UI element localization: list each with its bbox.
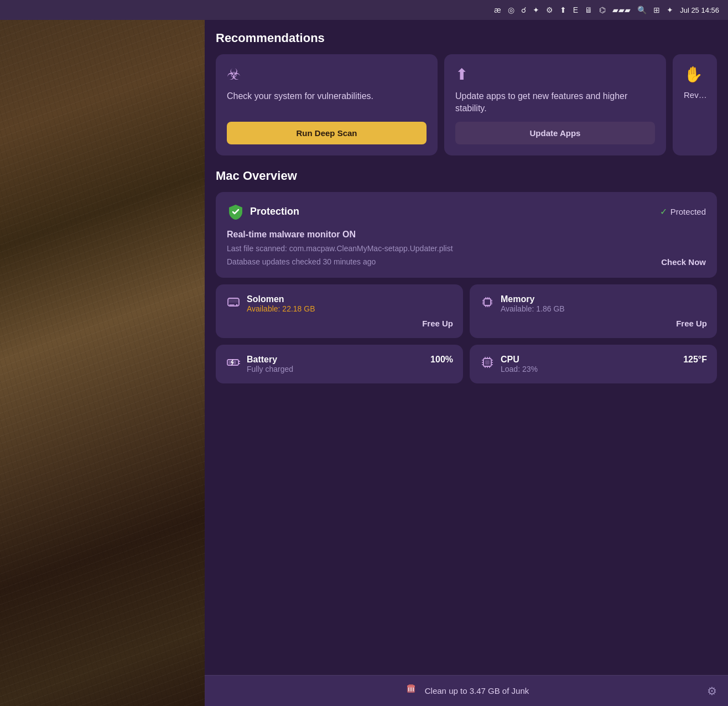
trash-icon: [404, 682, 418, 700]
menu-icon-upload[interactable]: ⬆: [560, 6, 566, 14]
battery-svg-icon: [226, 355, 241, 370]
cpu-info: CPU Load: 23%: [501, 355, 538, 373]
menu-icon-battery[interactable]: ▰▰▰: [612, 6, 631, 14]
protection-left: Protection: [227, 203, 299, 221]
cpu-card: 125°F: [470, 345, 717, 383]
storage-free-up[interactable]: Free Up: [226, 319, 453, 328]
content-area: Recommendations ☣ Check your system for …: [205, 20, 728, 706]
db-update-text: Database updates checked 30 minutes ago: [227, 257, 376, 266]
protected-badge: ✓ Protected: [660, 206, 706, 217]
svg-point-2: [236, 304, 238, 305]
storage-name: Solomen: [247, 294, 315, 304]
storage-memory-row: Solomen Available: 22.18 GB Free Up: [216, 284, 717, 338]
memory-header: Memory Available: 1.86 GB: [480, 294, 707, 313]
update-apps-button[interactable]: Update Apps: [455, 122, 655, 144]
menu-icon-siri[interactable]: ✦: [667, 6, 673, 14]
rec-text-3: Rev…: [684, 89, 706, 101]
menu-icon-tools[interactable]: ⚙: [546, 6, 553, 14]
storage-available: Available: 22.18 GB: [247, 304, 315, 313]
menu-icon-cursor[interactable]: ☌: [521, 6, 526, 14]
db-update-row: Database updates checked 30 minutes ago …: [227, 257, 706, 267]
storage-header: Solomen Available: 22.18 GB: [226, 294, 453, 313]
bottom-bar: Clean up to 3.47 GB of Junk ⚙: [205, 675, 728, 706]
rec-card-vulnerabilities: ☣ Check your system for vulnerabilities.…: [216, 54, 438, 155]
menubar-time: Jul 25 14:56: [680, 6, 719, 14]
memory-icon: [480, 294, 495, 313]
storage-info: Solomen Available: 22.18 GB: [247, 294, 315, 313]
hdd-icon: [226, 294, 241, 310]
trash-svg-icon: [404, 682, 418, 697]
protection-card: Protection ✓ Protected Real-time malware…: [216, 192, 717, 278]
battery-status: Fully charged: [247, 365, 293, 373]
recommendations-row: ☣ Check your system for vulnerabilities.…: [216, 54, 717, 155]
last-file-label: Last file scanned:: [227, 244, 287, 253]
menubar: æ ◎ ☌ ✦ ⚙ ⬆ E 🖥 ⌬ ▰▰▰ 🔍 ⊞ ✦ Jul 25 14:56: [0, 0, 728, 20]
check-now-button[interactable]: Check Now: [661, 257, 706, 267]
svg-rect-22: [485, 360, 490, 365]
shield-icon: [227, 203, 245, 221]
menu-icon-search[interactable]: 🔍: [637, 6, 647, 14]
battery-info: Battery Fully charged: [247, 355, 293, 373]
menu-icon-circle[interactable]: ◎: [508, 6, 514, 14]
protection-header: Protection ✓ Protected: [227, 203, 706, 221]
realtime-label: Real-time malware monitor ON: [227, 230, 706, 240]
menu-icon-display[interactable]: 🖥: [585, 6, 592, 14]
storage-card: Solomen Available: 22.18 GB Free Up: [216, 284, 463, 338]
recommendations-title: Recommendations: [216, 31, 717, 45]
battery-card: 100% Battery Fully: [216, 345, 463, 383]
svg-rect-1: [228, 298, 239, 303]
chip-icon: [480, 294, 495, 310]
memory-available: Available: 1.86 GB: [501, 304, 565, 313]
memory-card: Memory Available: 1.86 GB Free Up: [470, 284, 717, 338]
protected-label: Protected: [670, 207, 706, 216]
menubar-right: æ ◎ ☌ ✦ ⚙ ⬆ E 🖥 ⌬ ▰▰▰ 🔍 ⊞ ✦ Jul 25 14:56: [494, 6, 719, 14]
battery-cpu-row: 100% Battery Fully: [216, 345, 717, 383]
menu-icon-windows[interactable]: ⊞: [653, 6, 660, 14]
last-file-scanned: Last file scanned: com.macpaw.CleanMyMac…: [227, 244, 706, 253]
rec-card-partial: ✋ Rev…: [673, 54, 717, 155]
settings-icon[interactable]: ⚙: [707, 684, 717, 698]
cpu-svg-icon: [480, 355, 495, 370]
memory-name: Memory: [501, 294, 565, 304]
menu-icon-star[interactable]: ✦: [533, 6, 539, 14]
storage-icon: [226, 294, 241, 313]
memory-free-up[interactable]: Free Up: [480, 319, 707, 328]
update-icon: ⬆: [455, 65, 655, 84]
cpu-load: Load: 23%: [501, 365, 538, 373]
battery-icon: [226, 355, 241, 373]
memory-info: Memory Available: 1.86 GB: [501, 294, 565, 313]
last-file-value: com.macpaw.CleanMyMac-setapp.Updater.pli…: [289, 244, 453, 253]
rec-text-2: Update apps to get new features and high…: [455, 90, 655, 115]
wallpaper: [0, 20, 205, 706]
cpu-name: CPU: [501, 355, 538, 365]
biohazard-icon: ☣: [227, 65, 427, 84]
rec-text-1: Check your system for vulnerabilities.: [227, 90, 427, 115]
app-panel: Recommendations ☣ Check your system for …: [205, 20, 728, 706]
battery-header: Battery Fully charged: [226, 355, 453, 373]
run-deep-scan-button[interactable]: Run Deep Scan: [227, 122, 427, 144]
cpu-temp: 125°F: [683, 355, 707, 365]
check-icon: ✓: [660, 206, 667, 217]
rec-card-update-apps: ⬆ Update apps to get new features and hi…: [444, 54, 666, 155]
cpu-header: CPU Load: 23%: [480, 355, 707, 373]
svg-rect-4: [484, 299, 491, 305]
battery-name: Battery: [247, 355, 293, 365]
protection-title: Protection: [250, 206, 299, 217]
bottom-clean-text: Clean up to 3.47 GB of Junk: [425, 686, 529, 695]
mac-overview-title: Mac Overview: [216, 169, 717, 183]
menu-icon-e[interactable]: E: [573, 6, 578, 14]
cpu-icon: [480, 355, 495, 373]
battery-percent: 100%: [430, 355, 453, 365]
hand-icon: ✋: [684, 65, 706, 84]
menu-icon-wifi[interactable]: ⌬: [599, 6, 606, 14]
menu-icon-ae[interactable]: æ: [494, 6, 501, 14]
